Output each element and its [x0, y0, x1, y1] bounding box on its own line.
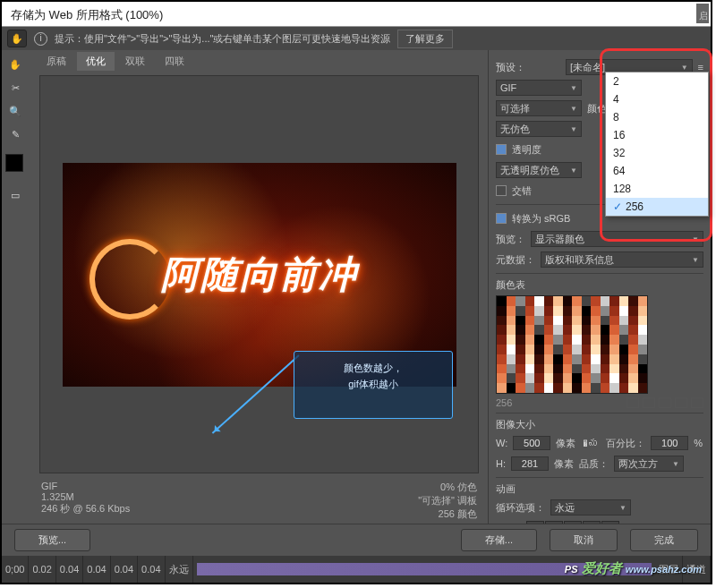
- color-swatch[interactable]: [5, 154, 23, 172]
- trans-dither-dropdown[interactable]: 无透明度仿色▼: [496, 162, 582, 178]
- metadata-label: 元数据：: [496, 253, 535, 267]
- settings-panel: 预设： [未命名]▼ ≡ GIF▼ 可选择▼ 颜色： 256▼ 无仿色▼ 透明度…: [489, 50, 711, 544]
- zoom-tool[interactable]: 🔍: [5, 102, 25, 120]
- right-dock-hint: 启: [696, 4, 709, 23]
- transparency-label: 透明度: [512, 143, 541, 157]
- save-button[interactable]: 存储...: [461, 529, 537, 551]
- color-opt-2[interactable]: 2: [606, 72, 708, 90]
- color-table[interactable]: [496, 295, 648, 394]
- srgb-checkbox[interactable]: [496, 213, 507, 224]
- ct-icon-2[interactable]: [643, 397, 655, 408]
- status-dither: 0% 仿色: [418, 481, 477, 494]
- preset-label: 预设：: [496, 61, 560, 74]
- preview-canvas[interactable]: 阿随向前冲 颜色数越少， gif体积越小: [39, 75, 479, 473]
- percent-label: 百分比：: [606, 437, 645, 450]
- window-title: 存储为 Web 所用格式 (100%): [2, 2, 711, 27]
- tab-original[interactable]: 原稿: [38, 52, 75, 71]
- tl-mark: 0;00: [2, 556, 29, 583]
- colors-popup: 2 4 8 16 32 64 128 256: [605, 72, 709, 217]
- color-opt-64[interactable]: 64: [606, 162, 708, 180]
- hint-text: 提示：使用"文件">"导出">"导出为..."或右键单击某个图层可更快速地导出资…: [55, 32, 390, 46]
- hint-bar: ✋ i 提示：使用"文件">"导出">"导出为..."或右键单击某个图层可更快速…: [2, 27, 711, 50]
- width-input[interactable]: [513, 436, 550, 450]
- info-icon: i: [34, 32, 47, 46]
- srgb-label: 转换为 sRGB: [512, 212, 570, 226]
- preview-mode-dropdown[interactable]: 显示器颜色▼: [531, 231, 703, 247]
- color-opt-256[interactable]: 256: [606, 198, 708, 216]
- ct-icon-3[interactable]: [659, 397, 671, 408]
- status-palette: "可选择" 调板: [418, 494, 477, 507]
- color-opt-16[interactable]: 16: [606, 126, 708, 144]
- trash-icon[interactable]: [691, 397, 703, 408]
- preview-tabs: 原稿 优化 双联 四联: [30, 50, 488, 72]
- quality-dropdown[interactable]: 两次立方▼: [614, 456, 684, 472]
- dither-dropdown[interactable]: 无仿色▼: [496, 121, 582, 137]
- status-size: 1.325M: [41, 491, 130, 502]
- callout-box: 颜色数越少， gif体积越小: [294, 351, 453, 419]
- tool-column: ✋ ✂ 🔍 ✎ ▭: [2, 50, 30, 544]
- slice-tool[interactable]: ✂: [5, 79, 25, 97]
- callout-line1: 颜色数越少，: [303, 361, 443, 377]
- height-input[interactable]: [511, 456, 549, 471]
- preview-button[interactable]: 预览...: [14, 529, 90, 551]
- tl-mark: 0.04: [83, 556, 110, 583]
- ct-icon-4[interactable]: [675, 397, 687, 408]
- ct-icon-1[interactable]: [626, 397, 639, 408]
- tl-mark: 0.02: [29, 556, 55, 583]
- status-timing: 246 秒 @ 56.6 Kbps: [41, 502, 130, 516]
- imagesize-label: 图像大小: [496, 418, 703, 431]
- tab-4up[interactable]: 四联: [156, 52, 193, 71]
- percent-input[interactable]: [651, 436, 688, 450]
- toggle-tool[interactable]: ▭: [5, 186, 25, 204]
- color-opt-128[interactable]: 128: [606, 180, 708, 198]
- tl-mark: 0.04: [111, 556, 138, 583]
- art-ring: [90, 239, 170, 320]
- callout-line2: gif体积越小: [303, 377, 443, 393]
- color-opt-32[interactable]: 32: [606, 144, 708, 162]
- quality-label: 品质：: [579, 457, 609, 471]
- colortable-label: 颜色表: [496, 278, 703, 292]
- preview-mode-label: 预览：: [496, 233, 525, 246]
- done-button[interactable]: 完成: [630, 529, 698, 551]
- color-opt-8[interactable]: 8: [606, 108, 708, 126]
- tab-optimized[interactable]: 优化: [77, 52, 115, 71]
- interlace-label: 交错: [512, 184, 532, 198]
- learn-more-button[interactable]: 了解更多: [397, 30, 453, 48]
- tab-2up[interactable]: 双联: [116, 52, 154, 71]
- reduction-dropdown[interactable]: 可选择▼: [496, 100, 582, 116]
- metadata-dropdown[interactable]: 版权和联系信息▼: [541, 251, 703, 268]
- dialog-buttons: 预览... 存储... 取消 完成: [2, 524, 711, 556]
- interlace-checkbox[interactable]: [496, 185, 507, 196]
- eyedropper-tool[interactable]: ✎: [5, 125, 25, 143]
- tl-mark: 0.04: [56, 556, 83, 583]
- animation-label: 动画: [496, 482, 703, 496]
- color-opt-4[interactable]: 4: [606, 90, 708, 108]
- transparency-checkbox[interactable]: [496, 144, 507, 155]
- status-format: GIF: [41, 481, 130, 491]
- cancel-button[interactable]: 取消: [550, 529, 618, 551]
- tl-loop[interactable]: 永远: [166, 556, 193, 583]
- colortable-count: 256: [496, 397, 512, 408]
- hand-tool-icon[interactable]: ✋: [7, 30, 27, 47]
- hand-tool[interactable]: ✋: [5, 55, 25, 73]
- loop-dropdown[interactable]: 永远▼: [550, 499, 631, 516]
- tl-mark: 0.04: [138, 556, 165, 583]
- status-colors: 256 颜色: [418, 507, 477, 521]
- format-dropdown[interactable]: GIF▼: [496, 80, 582, 96]
- art-text: 阿随向前冲: [161, 250, 358, 300]
- watermark: PS 爱好者 www.psahz.com: [565, 560, 702, 577]
- preview-status: GIF 1.325M 246 秒 @ 56.6 Kbps 0% 仿色 "可选择"…: [30, 477, 488, 524]
- loop-label: 循环选项：: [496, 501, 545, 515]
